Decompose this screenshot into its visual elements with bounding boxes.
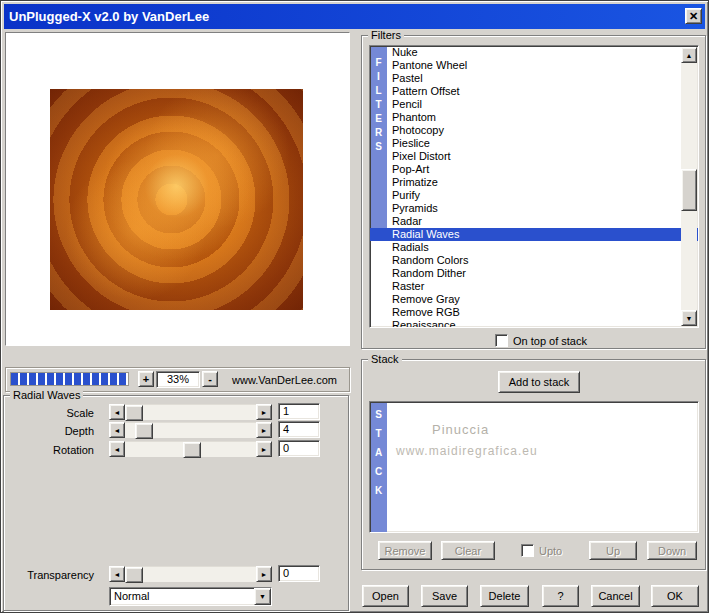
filter-item[interactable]: Random Dither — [370, 267, 698, 280]
filter-item[interactable]: Pencil — [370, 98, 698, 111]
filters-listbox[interactable]: FILTERS Nuke Pantone Wheel Pastel Patter… — [369, 45, 699, 328]
scale-track[interactable] — [125, 404, 256, 420]
depth-slider[interactable]: ◄ ► — [109, 422, 272, 438]
dropdown-open-button[interactable]: ▼ — [254, 588, 271, 605]
save-label: Save — [432, 590, 457, 602]
close-icon: ✕ — [689, 10, 698, 23]
up-button[interactable]: Up — [589, 541, 637, 560]
filter-item[interactable]: Remove Gray — [370, 293, 698, 306]
ok-button[interactable]: OK — [651, 585, 699, 607]
remove-button[interactable]: Remove — [378, 541, 432, 560]
transparency-thumb[interactable] — [125, 567, 143, 583]
rotation-thumb[interactable] — [183, 442, 201, 458]
rotation-value[interactable]: 0 — [278, 440, 320, 457]
minus-icon: - — [208, 373, 212, 385]
filter-item[interactable]: Radials — [370, 241, 698, 254]
depth-track[interactable] — [125, 422, 256, 438]
scale-left-button[interactable]: ◄ — [109, 404, 125, 420]
clear-label: Clear — [455, 545, 481, 557]
rotation-slider[interactable]: ◄ ► — [109, 441, 272, 457]
on-top-label: On top of stack — [513, 335, 587, 347]
depth-right-button[interactable]: ► — [256, 422, 272, 438]
transparency-track[interactable] — [125, 566, 256, 582]
website-link[interactable]: www.VanDerLee.com — [232, 374, 337, 386]
filter-item[interactable]: Pattern Offset — [370, 85, 698, 98]
rotation-track[interactable] — [125, 441, 256, 457]
zoom-in-button[interactable]: + — [138, 371, 154, 387]
scale-right-button[interactable]: ► — [256, 404, 272, 420]
arrow-left-icon: ◄ — [114, 571, 121, 578]
stack-group-title: Stack — [368, 353, 402, 365]
transparency-right-button[interactable]: ► — [256, 566, 272, 582]
transparency-slider[interactable]: ◄ ► — [109, 566, 272, 582]
plus-icon: + — [143, 373, 149, 385]
arrow-up-icon: ▲ — [686, 52, 693, 59]
blend-mode-dropdown[interactable]: Normal ▼ — [109, 587, 272, 606]
arrow-left-icon: ◄ — [114, 409, 121, 416]
filter-item[interactable]: Renaissance — [370, 319, 698, 328]
arrow-right-icon: ► — [261, 409, 268, 416]
depth-left-button[interactable]: ◄ — [109, 422, 125, 438]
filter-item[interactable]: Pop-Art — [370, 163, 698, 176]
stack-vertical-banner: STACK — [371, 403, 387, 533]
filter-item[interactable]: Pieslice — [370, 137, 698, 150]
close-button[interactable]: ✕ — [685, 8, 702, 24]
preview-image[interactable] — [50, 89, 303, 310]
on-top-checkbox[interactable] — [495, 334, 508, 347]
scrollbar-thumb[interactable] — [681, 169, 697, 211]
params-group-title: Radial Waves — [10, 389, 83, 401]
filter-item[interactable]: Primatize — [370, 176, 698, 189]
filter-item[interactable]: Pixel Distort — [370, 150, 698, 163]
scroll-up-button[interactable]: ▲ — [681, 47, 697, 63]
add-to-stack-button[interactable]: Add to stack — [498, 371, 580, 393]
filter-item-selected[interactable]: Radial Waves — [370, 228, 698, 241]
rotation-left-button[interactable]: ◄ — [109, 441, 125, 457]
help-button[interactable]: ? — [542, 585, 579, 607]
scale-value[interactable]: 1 — [278, 403, 320, 420]
up-label: Up — [606, 545, 620, 557]
upto-checkbox[interactable] — [521, 544, 534, 557]
blend-mode-value: Normal — [114, 590, 149, 602]
chevron-down-icon: ▼ — [259, 593, 266, 600]
save-button[interactable]: Save — [421, 585, 468, 607]
filters-vertical-banner: FILTERS — [371, 47, 387, 229]
depth-thumb[interactable] — [135, 423, 153, 439]
filter-item[interactable]: Photocopy — [370, 124, 698, 137]
transparency-left-button[interactable]: ◄ — [109, 566, 125, 582]
dialog-window: UnPlugged-X v2.0 by VanDerLee ✕ + 33% - … — [0, 0, 709, 613]
filters-scrollbar[interactable]: ▲ ▼ — [681, 47, 697, 326]
clear-button[interactable]: Clear — [441, 541, 495, 560]
down-button[interactable]: Down — [647, 541, 697, 560]
scroll-down-button[interactable]: ▼ — [681, 310, 697, 326]
scale-slider[interactable]: ◄ ► — [109, 404, 272, 420]
scale-label: Scale — [1, 407, 101, 419]
open-button[interactable]: Open — [362, 585, 409, 607]
filter-item[interactable]: Pastel — [370, 72, 698, 85]
depth-label: Depth — [1, 425, 101, 437]
filter-item[interactable]: Remove RGB — [370, 306, 698, 319]
cancel-label: Cancel — [598, 590, 632, 602]
filter-item[interactable]: Phantom — [370, 111, 698, 124]
stack-vertical-label: STACK — [373, 409, 384, 504]
titlebar[interactable]: UnPlugged-X v2.0 by VanDerLee ✕ — [4, 4, 705, 29]
transparency-value[interactable]: 0 — [278, 565, 320, 582]
delete-button[interactable]: Delete — [480, 585, 529, 607]
arrow-right-icon: ► — [261, 446, 268, 453]
arrow-left-icon: ◄ — [114, 427, 121, 434]
scale-thumb[interactable] — [125, 405, 143, 421]
depth-value[interactable]: 4 — [278, 421, 320, 438]
arrow-right-icon: ► — [261, 571, 268, 578]
filter-item[interactable]: Purify — [370, 189, 698, 202]
filter-item[interactable]: Pantone Wheel — [370, 59, 698, 72]
filter-item[interactable]: Raster — [370, 280, 698, 293]
filter-item[interactable]: Nuke — [370, 46, 698, 59]
filter-item[interactable]: Pyramids — [370, 202, 698, 215]
rotation-right-button[interactable]: ► — [256, 441, 272, 457]
stack-listbox[interactable]: STACK Pinuccia www.maidiregrafica.eu — [369, 401, 699, 533]
cancel-button[interactable]: Cancel — [591, 585, 640, 607]
filter-item[interactable]: Random Colors — [370, 254, 698, 267]
zoom-out-button[interactable]: - — [202, 371, 218, 387]
zoom-value: 33% — [156, 371, 200, 388]
filter-item[interactable]: Radar — [370, 215, 698, 228]
ok-label: OK — [667, 590, 683, 602]
